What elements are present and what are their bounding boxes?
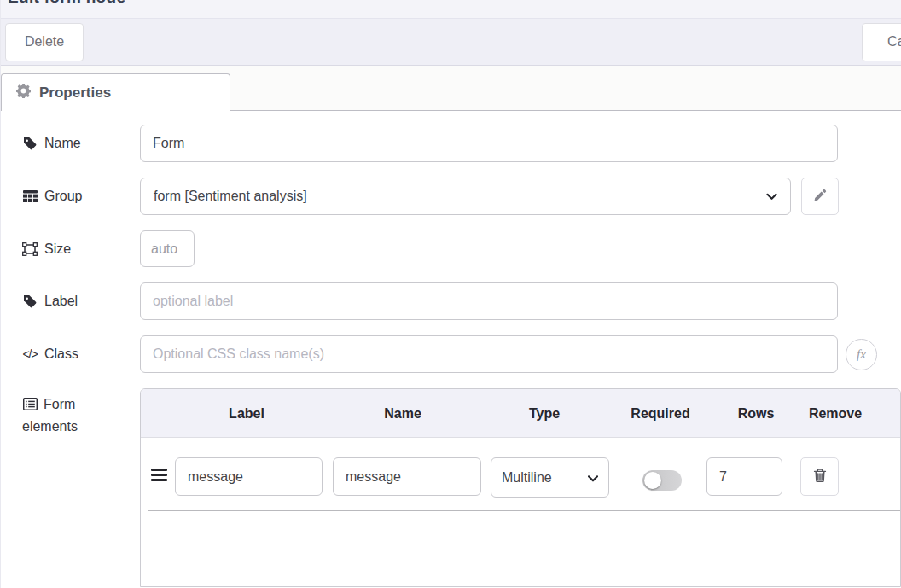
properties-panel: Name Group form [Sentiment analysis] <box>1 111 901 587</box>
column-header-name: Name <box>384 389 421 438</box>
size-input[interactable] <box>140 230 195 267</box>
required-toggle[interactable] <box>642 470 682 491</box>
form-elements-table-header: Label Name Type Required Rows Remove <box>141 389 900 438</box>
label-label: Label <box>22 294 140 309</box>
pencil-icon <box>813 189 827 205</box>
group-select[interactable]: form [Sentiment analysis] <box>140 178 791 215</box>
column-header-remove: Remove <box>809 389 862 438</box>
size-label-text: Size <box>44 242 71 257</box>
size-handles-icon <box>22 242 38 256</box>
edit-form-node-dialog: Edit form node Delete Cancel Properties … <box>0 0 901 588</box>
chevron-down-icon <box>588 470 598 486</box>
label-label-text: Label <box>44 294 78 309</box>
element-name-input[interactable] <box>333 457 481 496</box>
tag-icon <box>22 294 38 308</box>
name-row: Name <box>22 125 901 162</box>
group-label-text: Group <box>44 189 82 204</box>
dialog-title: Edit form node <box>8 0 125 7</box>
dialog-title-strip: Edit form node <box>1 0 901 18</box>
cancel-button[interactable]: Cancel <box>862 23 901 61</box>
column-header-required: Required <box>631 389 689 438</box>
size-label: Size <box>22 242 140 257</box>
class-label-text: Class <box>44 346 78 362</box>
column-header-type: Type <box>529 389 560 438</box>
chevron-down-icon <box>766 189 777 204</box>
gear-icon <box>16 84 31 102</box>
class-label: </> Class <box>22 346 140 362</box>
label-row: Label <box>22 282 901 320</box>
drag-handle-icon[interactable] <box>151 469 167 484</box>
name-label-text: Name <box>44 136 81 151</box>
class-row: </> Class fx <box>22 335 901 373</box>
element-rows-input[interactable] <box>706 457 782 496</box>
trash-icon <box>812 468 828 486</box>
group-row: Group form [Sentiment analysis] <box>22 178 901 215</box>
tab-bar: Properties <box>1 66 901 111</box>
remove-element-button[interactable] <box>800 457 839 496</box>
group-label: Group <box>22 189 140 204</box>
edit-group-button[interactable] <box>801 178 839 215</box>
name-input[interactable] <box>140 125 838 162</box>
tab-properties[interactable]: Properties <box>1 73 230 111</box>
name-label: Name <box>22 136 140 151</box>
list-icon <box>22 398 38 410</box>
dialog-button-bar: Delete Cancel <box>1 18 901 66</box>
tab-properties-label: Properties <box>39 84 111 102</box>
form-elements-row: Form elements Label Name Type Required R… <box>22 388 901 587</box>
expression-fx-button[interactable]: fx <box>846 339 877 370</box>
element-label-input[interactable] <box>175 457 323 496</box>
column-header-rows: Rows <box>738 389 775 438</box>
element-type-value: Multiline <box>502 470 552 486</box>
code-icon: </> <box>22 347 38 361</box>
label-input[interactable] <box>140 282 838 320</box>
group-select-value: form [Sentiment analysis] <box>154 189 307 204</box>
table-grid-icon <box>22 190 38 203</box>
form-elements-label: Form elements <box>22 388 116 438</box>
table-row: Multiline <box>141 438 900 511</box>
element-type-select[interactable]: Multiline <box>491 457 609 498</box>
column-header-label: Label <box>229 389 264 438</box>
form-elements-table: Label Name Type Required Rows Remove Mul… <box>140 388 901 587</box>
tag-icon <box>22 137 38 150</box>
toggle-knob <box>644 472 661 489</box>
size-row: Size <box>22 230 901 267</box>
class-input[interactable] <box>140 335 838 373</box>
delete-button[interactable]: Delete <box>5 23 84 61</box>
